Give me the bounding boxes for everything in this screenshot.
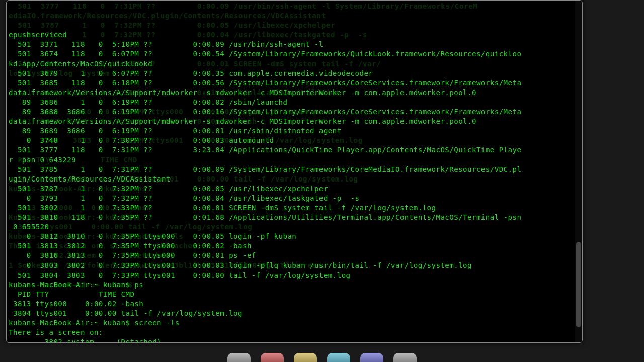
dock-app-icon[interactable] bbox=[261, 353, 284, 362]
dock-app-icon[interactable] bbox=[360, 353, 383, 362]
dock-app-icon[interactable] bbox=[294, 353, 317, 362]
terminal-output[interactable]: 501 3777 118 0 7:31PM ?? 0:00.09 /usr/bi… bbox=[7, 1, 582, 343]
terminal-window[interactable]: 501 3777 118 0 7:31PM ?? 0:00.09 /usr/bi… bbox=[6, 0, 583, 343]
dock-app-icon[interactable] bbox=[327, 353, 350, 362]
dock bbox=[0, 351, 644, 362]
terminal-text: epushserviced 501 3371 118 0 5:10PM ?? 0… bbox=[9, 30, 580, 343]
dock-app-icon[interactable] bbox=[227, 353, 251, 362]
dock-app-icon[interactable] bbox=[393, 353, 417, 362]
